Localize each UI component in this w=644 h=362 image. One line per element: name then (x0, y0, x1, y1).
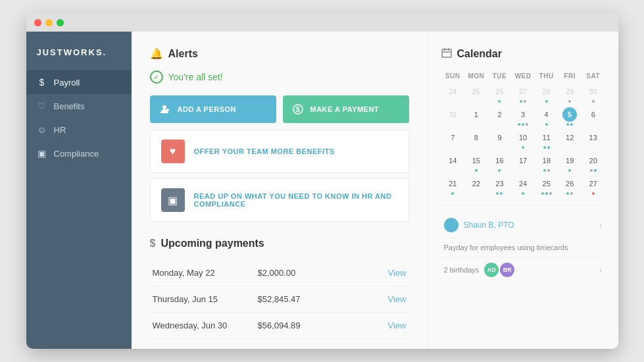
cal-day[interactable]: 16 (488, 151, 512, 174)
cal-day[interactable]: 11 (535, 128, 558, 151)
svg-text:$: $ (295, 106, 299, 113)
benefits-card-icon: ♥ (161, 140, 185, 163)
cal-day[interactable]: 23 (488, 174, 512, 197)
cal-day[interactable]: 25 (464, 82, 488, 105)
calendar-icon (441, 47, 452, 61)
sidebar-item-benefits[interactable]: ♡ Benefits (26, 94, 132, 118)
payments-section: $ Upcoming payments Monday, May 22 $2,00… (150, 238, 409, 339)
cal-day[interactable]: 21 (441, 174, 465, 197)
hr-compliance-text: READ UP ON WHAT YOU NEED TO KNOW IN HR A… (194, 192, 398, 208)
payment-view-3[interactable]: View (388, 321, 407, 330)
cal-day[interactable]: 24 (511, 174, 535, 197)
payment-date-3: Wednesday, Jun 30 (150, 313, 255, 339)
sidebar: JUSTWORKS. $ Payroll ♡ Benefits ☺ HR ▣ C… (26, 32, 132, 349)
cal-day[interactable]: 10 (511, 128, 535, 151)
svg-point-0 (162, 105, 166, 109)
sidebar-label-compliance: Compliance (54, 149, 99, 159)
cal-header-wed: WED (511, 70, 535, 82)
cal-day[interactable]: 28 (535, 82, 558, 105)
add-person-button[interactable]: ADD A PERSON (150, 95, 276, 123)
cal-day[interactable]: 2 (488, 105, 512, 128)
main-content: 🔔 Alerts ✓ You're all set! (132, 32, 428, 349)
cal-day[interactable]: 22 (464, 174, 488, 197)
sidebar-item-payroll[interactable]: $ Payroll (26, 70, 132, 94)
birthday-chevron-icon: › (599, 265, 603, 275)
cal-week-1: 24 25 26 27 28 29 30 (441, 82, 605, 105)
sidebar-item-compliance[interactable]: ▣ Compliance (26, 142, 132, 165)
sidebar-label-payroll: Payroll (54, 78, 80, 88)
payment-view-1[interactable]: View (388, 268, 407, 278)
dollar-icon: $ (37, 77, 47, 88)
offer-benefits-card[interactable]: ♥ OFFER YOUR TEAM MORE BENEFITS (150, 130, 409, 173)
heart-icon: ♡ (37, 101, 47, 111)
cal-day[interactable]: 20 (582, 151, 605, 174)
cal-day[interactable]: 8 (464, 128, 488, 151)
maximize-button[interactable] (57, 19, 64, 26)
shield-icon: ▣ (37, 148, 47, 159)
birthday-avatars: AD BR (484, 263, 514, 277)
alert-success: ✓ You're all set! (150, 70, 409, 84)
cal-day[interactable]: 30 (582, 82, 605, 105)
payment-view-2[interactable]: View (388, 294, 407, 304)
table-row: Monday, May 22 $2,000.00 View (150, 260, 409, 286)
pto-event[interactable]: Shaun B, PTO › (441, 213, 605, 238)
alert-success-text: You're all set! (168, 72, 223, 82)
sidebar-item-hr[interactable]: ☺ HR (26, 118, 132, 142)
alerts-section-title: 🔔 Alerts (150, 47, 409, 60)
bell-icon: 🔔 (150, 47, 163, 60)
cal-day[interactable]: 4 (535, 105, 558, 128)
hr-compliance-card[interactable]: ▣ READ UP ON WHAT YOU NEED TO KNOW IN HR… (150, 178, 409, 222)
payday-event-text: Payday for employees using timecards (444, 244, 568, 251)
cal-week-4: 14 15 16 17 18 19 20 (441, 151, 605, 174)
cal-day[interactable]: 27 (582, 174, 605, 197)
close-button[interactable] (34, 19, 41, 26)
birthday-count: 2 birthdays (444, 266, 480, 274)
app-logo: JUSTWORKS. (26, 42, 132, 70)
payments-table: Monday, May 22 $2,000.00 View Thursday, … (150, 260, 409, 339)
cal-day[interactable]: 26 (488, 82, 512, 105)
calendar-grid: SUN MON TUE WED THU FRI SAT 24 25 26 27 (441, 70, 605, 197)
make-payment-label: MAKE A PAYMENT (310, 105, 380, 113)
cal-day[interactable]: 31 (441, 105, 465, 128)
cal-day[interactable]: 24 (441, 82, 465, 105)
cal-week-5: 21 22 23 24 25 26 27 (441, 174, 605, 197)
calendar-events: Shaun B, PTO › Payday for employees usin… (441, 205, 605, 282)
cal-header-mon: MON (464, 70, 488, 82)
cal-day[interactable]: 1 (464, 105, 488, 128)
cal-day[interactable]: 12 (558, 128, 582, 151)
cal-day[interactable]: 5 (558, 105, 582, 128)
sidebar-label-benefits: Benefits (54, 101, 85, 111)
minimize-button[interactable] (45, 19, 53, 26)
birthday-event[interactable]: 2 birthdays AD BR › (441, 257, 605, 282)
cal-day[interactable]: 19 (558, 151, 582, 174)
calendar-title: Calendar (441, 47, 605, 61)
cal-day[interactable]: 6 (582, 105, 605, 128)
cal-day[interactable]: 27 (511, 82, 535, 105)
cal-day[interactable]: 14 (441, 151, 465, 174)
cal-day[interactable]: 25 (535, 174, 558, 197)
cal-header-sun: SUN (441, 70, 465, 82)
payment-date-1: Monday, May 22 (150, 260, 255, 286)
cal-day[interactable]: 3 (511, 105, 535, 128)
cal-day[interactable]: 18 (535, 151, 558, 174)
check-icon: ✓ (150, 70, 163, 84)
cal-day[interactable]: 29 (558, 82, 582, 105)
right-panel: Calendar SUN MON TUE WED THU FRI SAT (428, 32, 618, 349)
cal-day[interactable]: 13 (582, 128, 605, 151)
cal-header-sat: SAT (582, 70, 605, 82)
payment-amount-1: $2,000.00 (255, 260, 359, 286)
cal-day[interactable]: 17 (511, 151, 535, 174)
payments-section-title: $ Upcoming payments (150, 238, 409, 249)
cal-day[interactable]: 7 (441, 128, 465, 151)
cal-day[interactable]: 15 (464, 151, 488, 174)
person-add-icon (159, 103, 171, 115)
cal-day[interactable]: 9 (488, 128, 512, 151)
cal-day[interactable]: 26 (558, 174, 582, 197)
payment-icon: $ (292, 103, 304, 115)
action-buttons: ADD A PERSON $ MAKE A PAYMENT (150, 95, 409, 123)
make-payment-button[interactable]: $ MAKE A PAYMENT (283, 95, 409, 123)
cal-header-tue: TUE (488, 70, 512, 82)
payments-title: Upcoming payments (161, 238, 264, 249)
payment-amount-3: $56,094.89 (255, 313, 359, 339)
sidebar-label-hr: HR (54, 125, 66, 135)
